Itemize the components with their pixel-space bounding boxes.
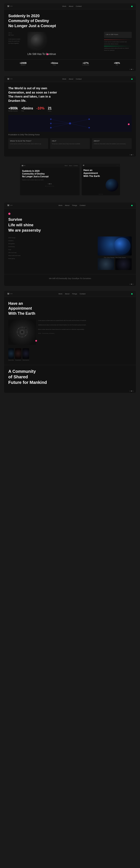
gear-svg xyxy=(14,323,31,341)
s4-nav-contact[interactable]: Contact xyxy=(79,205,86,206)
s5-nav-contact[interactable]: Contact xyxy=(79,293,86,295)
s2-stat-time: +5mins Time xyxy=(21,106,33,112)
s5-dot-1 xyxy=(130,391,131,392)
tablet-body: Have anAppointmentWith The Earth xyxy=(82,167,120,193)
section2-hero: The World is out of my ownGeneration, an… xyxy=(4,82,136,153)
section5-img-item-3: Dimensions xyxy=(23,348,29,361)
laptop-subtitle: Explore more content about our world xyxy=(22,179,77,181)
section5-right: Lorem ipsum content about our appointmen… xyxy=(38,319,132,345)
s5-nav-links: Work About Things Contact xyxy=(59,293,86,295)
laptop-link-about[interactable]: About xyxy=(69,165,72,166)
sidebar-item-1: 2020 Design xyxy=(8,237,96,239)
section4-hero: SurviveLife will shineWe are passersby 2… xyxy=(4,209,136,274)
sidebar-desc: Lorem ipsum contentabout the world andou… xyxy=(8,38,25,44)
svg-line-2 xyxy=(51,123,70,128)
tablet-nav-right: ··· ··· xyxy=(117,164,119,166)
s4-nav-work[interactable]: Work xyxy=(59,205,63,206)
laptop-title: Suddenly In 2020Community of DestinyNo L… xyxy=(22,169,77,178)
laptop-footer-label: MACBOOK xyxy=(20,185,79,187)
section5-hero: Have anAppointmentWith The Earth xyxy=(4,297,136,365)
s2-nav-about[interactable]: About xyxy=(69,78,73,80)
s5-nav-work[interactable]: Work xyxy=(59,293,63,295)
svg-rect-18 xyxy=(26,332,27,333)
svg-rect-16 xyxy=(22,336,22,337)
s5-nav-about[interactable]: About xyxy=(65,293,69,295)
nav-link-about[interactable]: About xyxy=(69,5,73,7)
section5-img-item-2: Population xyxy=(15,348,21,361)
section5-text-1: Lorem ipsum content about our appointmen… xyxy=(38,319,132,322)
laptop-link-work[interactable]: Work xyxy=(65,165,68,166)
nav-dot-1 xyxy=(130,69,131,70)
section5-bottom-title: A Communityof SharedFuture for Mankind xyxy=(8,369,132,385)
section5-content: Lorem ipsum content about our appointmen… xyxy=(8,319,132,345)
section5-meta: 2020 · Community of Destiny xyxy=(38,333,132,334)
section5-title: Have anAppointmentWith The Earth xyxy=(8,301,132,316)
s2-nav-logo: M ··· xyxy=(7,78,13,80)
section5-wrapper: M ··· Work About Things Contact Have anA… xyxy=(4,291,136,393)
s2-box-about: ABOUT Additional information about the p… xyxy=(92,138,132,149)
nav-link-work[interactable]: Work xyxy=(62,5,66,7)
s2-nav-work[interactable]: Work xyxy=(62,78,66,80)
section5-text-2: Additional text about community and shar… xyxy=(38,324,132,326)
nav-link-contact[interactable]: Contact xyxy=(76,5,82,7)
section2-bottom: Where To Go At The Times? Lorem ipsum co… xyxy=(8,138,132,149)
stat-time-label: Time xyxy=(40,64,69,65)
s2-stat-account-label: Number Account xyxy=(8,110,18,112)
section1-title: Suddenly In 2020Community of DestinyNo L… xyxy=(8,13,132,28)
small-img-dim-label: Dimensions xyxy=(23,360,29,361)
section1-main: Life Still Has To Continue xyxy=(27,32,102,57)
section5-text-3: More content about the shared future for… xyxy=(38,328,132,331)
sidebar-items: 2020 Design Solutions All together Commu… xyxy=(8,237,96,260)
tablet-nav: M ··· ··· xyxy=(82,164,120,167)
earth-main-image xyxy=(98,237,132,255)
section1-hero: Suddenly In 2020Community of DestinyNo L… xyxy=(4,9,136,59)
section2-title: The World is out of my ownGeneration, an… xyxy=(8,86,132,103)
s2-box-where-title: Where To Go At The Times? xyxy=(10,140,46,142)
section2-chart-caption: Frustration Is Only The Driving Force xyxy=(8,134,132,136)
s2-stat-points-val: 21 xyxy=(48,106,52,110)
s5-nav-logo: M ··· xyxy=(7,293,13,295)
section5-small-images: Data links Population Dimensions xyxy=(8,348,132,361)
svg-rect-21 xyxy=(18,335,19,336)
s5-dot-3 xyxy=(133,391,133,392)
s4-nav-things[interactable]: Things xyxy=(72,205,77,206)
nav-links: Work About Contact xyxy=(62,5,82,7)
s2-box-about-text: Additional information about the platfor… xyxy=(94,143,130,145)
s2-box-help-title: HELP xyxy=(52,140,88,142)
section4-small-images xyxy=(98,258,132,270)
small-img-pop-label: Population xyxy=(15,360,21,361)
sidebar-item-3: All together xyxy=(8,242,96,245)
right-desc2: Additional content about life and our sh… xyxy=(104,47,132,51)
s4-nav-dot xyxy=(131,205,133,206)
s2-stat-points: 21 Points xyxy=(48,106,52,112)
s2-stat-points-label: Points xyxy=(48,110,52,112)
s5-dot-2 xyxy=(131,391,132,392)
section3-tablet: M ··· ··· Have anAppointmentWith The Ear… xyxy=(82,164,120,195)
svg-rect-22 xyxy=(25,335,26,336)
stat-systems-label: Systems xyxy=(8,64,38,65)
s2-nav-dot-3 xyxy=(133,154,133,155)
sidebar-item-2: Solutions xyxy=(8,240,96,242)
s2-stat-time-label: Time xyxy=(21,110,33,112)
section4-sidebar: 2020 Design Solutions All together Commu… xyxy=(8,237,96,270)
sidebar-item-4: Community xyxy=(8,245,96,248)
stat-comments-value: +27% xyxy=(71,62,100,64)
stat-systems-value: +200B xyxy=(8,62,38,64)
section5-nav: M ··· Work About Things Contact xyxy=(4,291,136,297)
stat-full-label: Full xyxy=(102,64,132,65)
section4-bottom-nav xyxy=(4,282,136,286)
s4-nav-about[interactable]: About xyxy=(65,205,69,206)
section3-laptop: M ··· Work About Contact Suddenly In 202… xyxy=(20,164,79,195)
s2-box-about-title: ABOUT xyxy=(94,140,130,142)
stat-comments-label: 2 comments xyxy=(71,64,100,65)
laptop-link-contact[interactable]: Contact xyxy=(73,165,78,166)
stat-systems: +200B Systems xyxy=(8,62,38,65)
section4-content: 2020 Design Solutions All together Commu… xyxy=(8,237,132,270)
stat-time-value: +5time xyxy=(40,62,69,64)
s2-nav-contact[interactable]: Contact xyxy=(76,78,82,80)
s5-nav-things[interactable]: Things xyxy=(72,293,77,295)
small-img-city-label: Data links xyxy=(8,360,14,361)
s2-nav-links: Work About Contact xyxy=(62,78,82,80)
s5-pink-dot xyxy=(35,340,37,342)
globe-image xyxy=(27,32,49,51)
